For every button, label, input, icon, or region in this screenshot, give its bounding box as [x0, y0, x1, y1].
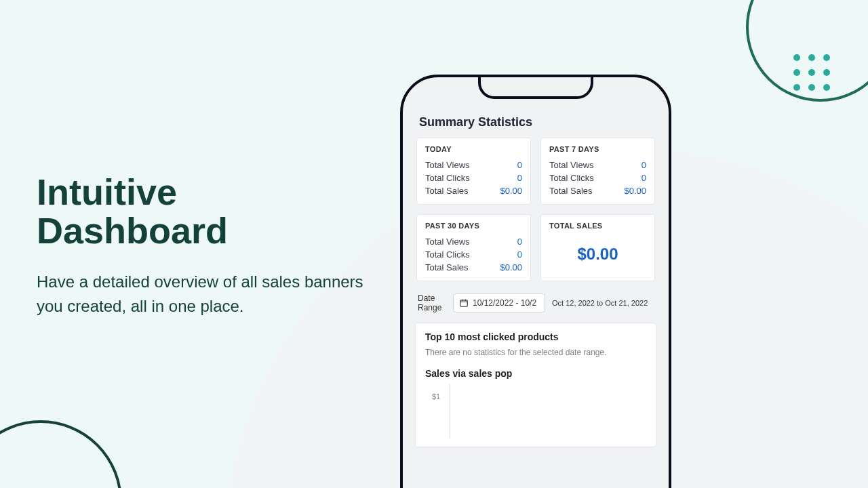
headline-line-1: Intuitive: [37, 171, 177, 212]
card-past7-header: PAST 7 DAYS: [549, 145, 646, 153]
today-total-sales: Total Sales$0.00: [425, 184, 522, 197]
sales-chart: $1: [425, 384, 646, 439]
chart-y-axis: [450, 384, 450, 439]
headline: Intuitive Dashboard: [37, 173, 389, 249]
date-range-input-text: 10/12/2022 - 10/2: [473, 298, 536, 308]
dot-grid-icon: [793, 54, 830, 91]
past30-total-sales: Total Sales$0.00: [425, 261, 522, 274]
past7-total-clicks: Total Clicks0: [549, 171, 646, 184]
card-total-sales: TOTAL SALES $0.00: [540, 214, 655, 281]
past7-total-sales: Total Sales$0.00: [549, 184, 646, 197]
stats-card-grid: TODAY Total Views0 Total Clicks0 Total S…: [415, 138, 656, 281]
past30-total-views: Total Views0: [425, 235, 522, 248]
ring-bottom-left: [0, 420, 122, 488]
top-products-title: Top 10 most clicked products: [425, 331, 646, 342]
card-today: TODAY Total Views0 Total Clicks0 Total S…: [416, 138, 531, 205]
phone-mockup: Summary Statistics TODAY Total Views0 To…: [400, 75, 671, 488]
top-products-empty-msg: There are no statistics for the selected…: [425, 348, 646, 357]
subheadline: Have a detailed overview of all sales ba…: [37, 270, 389, 319]
date-range-input[interactable]: 10/12/2022 - 10/2: [453, 293, 545, 312]
summary-statistics-title: Summary Statistics: [419, 115, 652, 129]
marketing-copy: Intuitive Dashboard Have a detailed over…: [37, 173, 389, 319]
top-products-panel: Top 10 most clicked products There are n…: [415, 323, 656, 447]
past30-total-clicks: Total Clicks0: [425, 248, 522, 261]
card-past30-header: PAST 30 DAYS: [425, 222, 522, 230]
today-total-clicks: Total Clicks0: [425, 171, 522, 184]
phone-notch: [478, 75, 593, 99]
chart-ytick: $1: [432, 392, 440, 401]
calendar-icon: [459, 298, 469, 308]
today-total-views: Total Views0: [425, 159, 522, 171]
card-past-7-days: PAST 7 DAYS Total Views0 Total Clicks0 T…: [540, 138, 655, 205]
card-total-sales-header: TOTAL SALES: [549, 222, 646, 230]
date-range-human: Oct 12, 2022 to Oct 21, 2022: [552, 298, 654, 308]
past7-total-views: Total Views0: [549, 159, 646, 171]
svg-rect-0: [460, 300, 468, 306]
headline-line-2: Dashboard: [37, 210, 228, 251]
date-range-label: Date Range: [418, 293, 446, 313]
sales-chart-title: Sales via sales pop: [425, 368, 646, 379]
total-sales-value: $0.00: [549, 235, 646, 268]
date-range-row: Date Range 10/12/2022 - 10/2 Oct 12, 202…: [418, 293, 654, 313]
card-today-header: TODAY: [425, 145, 522, 153]
app-screen: Summary Statistics TODAY Total Views0 To…: [415, 104, 656, 488]
card-past-30-days: PAST 30 DAYS Total Views0 Total Clicks0 …: [416, 214, 531, 281]
